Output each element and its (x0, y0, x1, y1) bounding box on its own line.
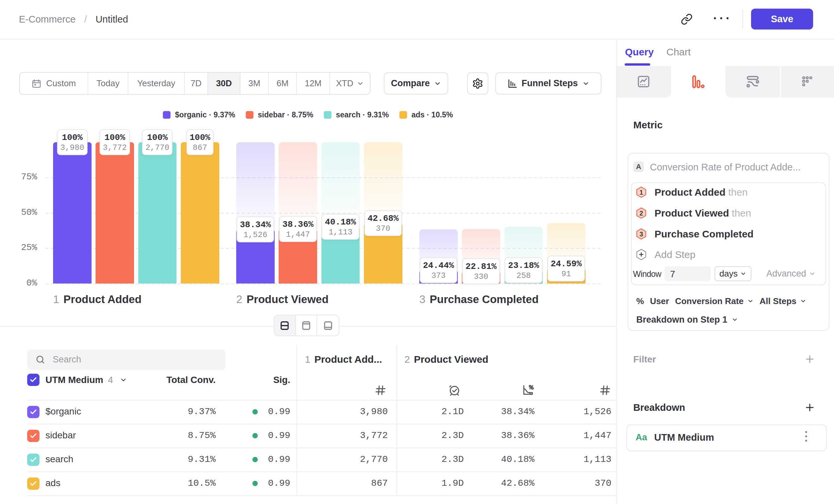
svg-text:1: 1 (639, 189, 643, 196)
svg-text:2: 2 (639, 210, 643, 217)
svg-text:3: 3 (639, 230, 643, 238)
